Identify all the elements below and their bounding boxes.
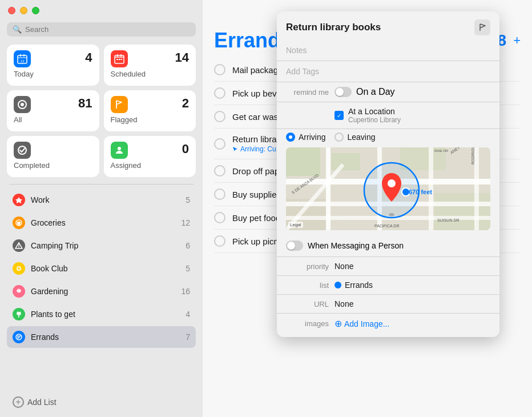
task-circle-4[interactable] bbox=[214, 138, 225, 150]
priority-label: priority bbox=[286, 262, 329, 271]
svg-point-52 bbox=[389, 213, 394, 216]
priority-value: None bbox=[334, 262, 353, 271]
at-location-row: ✓ At a Location Cupertino Library bbox=[277, 102, 499, 129]
on-a-day-toggle[interactable] bbox=[334, 87, 352, 97]
svg-rect-36 bbox=[434, 193, 490, 230]
scheduled-label: Scheduled bbox=[111, 70, 190, 78]
groceries-name: Groceries bbox=[31, 218, 181, 227]
assigned-icon bbox=[111, 142, 128, 159]
list-item-camping[interactable]: Camping Trip 6 bbox=[7, 235, 196, 256]
messaging-label: When Messaging a Person bbox=[308, 241, 404, 250]
remind-me-content: On a Day bbox=[334, 87, 490, 97]
add-reminder-button[interactable]: + bbox=[513, 33, 521, 48]
url-label: URL bbox=[286, 300, 329, 308]
add-list-icon: + bbox=[13, 396, 24, 408]
minimize-button[interactable] bbox=[20, 7, 27, 14]
add-list-button[interactable]: + Add List bbox=[7, 392, 196, 412]
task-circle-1[interactable] bbox=[214, 64, 225, 75]
list-item-groceries[interactable]: Groceries 12 bbox=[7, 212, 196, 234]
task-circle-6[interactable] bbox=[214, 189, 225, 200]
scheduled-icon bbox=[111, 50, 128, 67]
messaging-toggle[interactable] bbox=[286, 240, 303, 251]
url-row: URL None bbox=[277, 294, 499, 313]
priority-row: priority None bbox=[277, 256, 499, 275]
scheduled-count: 14 bbox=[175, 50, 189, 65]
svg-rect-7 bbox=[120, 54, 122, 57]
smart-tile-today[interactable]: 13 4 Today bbox=[7, 45, 99, 86]
svg-rect-10 bbox=[119, 59, 120, 60]
errands-dot bbox=[13, 331, 25, 343]
flagged-icon bbox=[111, 96, 128, 113]
svg-rect-11 bbox=[121, 59, 122, 60]
arriving-option[interactable]: Arriving bbox=[286, 133, 325, 142]
add-list-label: Add List bbox=[27, 398, 57, 407]
svg-point-21 bbox=[18, 267, 20, 270]
gardening-dot bbox=[13, 285, 25, 298]
list-item-gardening[interactable]: Gardening 16 bbox=[7, 280, 196, 302]
map-container: ANEY AVE RODRIGUES AVE RISE DR S DE ANZA… bbox=[286, 147, 490, 230]
images-label: images bbox=[286, 319, 329, 328]
list-value-row: Errands bbox=[334, 280, 373, 290]
smart-tile-completed[interactable]: Completed bbox=[7, 136, 99, 177]
arriving-label: Arriving bbox=[299, 133, 325, 142]
svg-text:670 feet: 670 feet bbox=[409, 189, 432, 195]
search-box[interactable]: 🔍 bbox=[7, 22, 196, 37]
leaving-label: Leaving bbox=[347, 133, 375, 142]
close-button[interactable] bbox=[8, 7, 15, 14]
task-circle-3[interactable] bbox=[214, 111, 225, 122]
arriving-radio[interactable] bbox=[286, 133, 295, 142]
remind-me-label: remind me bbox=[286, 88, 329, 97]
bookclub-name: Book Club bbox=[31, 264, 186, 273]
leaving-radio[interactable] bbox=[334, 133, 344, 142]
svg-rect-3 bbox=[18, 57, 27, 58]
svg-text:PACIFICA DR: PACIFICA DR bbox=[374, 224, 399, 228]
location-name: Cupertino Library bbox=[348, 116, 401, 124]
list-item-work[interactable]: Work 5 bbox=[7, 189, 196, 211]
flag-button[interactable] bbox=[474, 19, 490, 35]
task-circle-8[interactable] bbox=[214, 235, 225, 247]
at-location-label: At a Location bbox=[348, 107, 401, 116]
all-count: 81 bbox=[78, 96, 92, 111]
window-controls bbox=[7, 7, 196, 14]
groceries-count: 12 bbox=[181, 218, 190, 227]
at-location-content: ✓ At a Location Cupertino Library bbox=[334, 107, 490, 124]
detail-header: Return library books bbox=[277, 11, 499, 40]
notes-field[interactable]: Notes bbox=[277, 40, 499, 61]
svg-point-24 bbox=[19, 290, 21, 292]
smart-tile-all[interactable]: 81 All bbox=[7, 90, 99, 131]
smart-tile-flagged[interactable]: 2 Flagged bbox=[104, 90, 196, 131]
add-image-button[interactable]: ⊕ Add Image... bbox=[334, 318, 389, 329]
svg-point-23 bbox=[17, 290, 19, 292]
today-count: 4 bbox=[85, 50, 92, 65]
gardening-name: Gardening bbox=[31, 287, 181, 296]
flagged-count: 2 bbox=[182, 96, 189, 111]
list-item-bookclub[interactable]: Book Club 5 bbox=[7, 258, 196, 279]
work-dot bbox=[13, 194, 25, 206]
completed-icon bbox=[14, 142, 31, 159]
main-content: Errands 8 + Mail packages Pick up bever.… bbox=[203, 0, 532, 417]
maximize-button[interactable] bbox=[32, 7, 39, 14]
task-circle-2[interactable] bbox=[214, 87, 225, 99]
task-circle-7[interactable] bbox=[214, 212, 225, 223]
list-item-errands[interactable]: Errands 7 bbox=[7, 326, 196, 348]
url-value: None bbox=[334, 299, 353, 308]
tags-field[interactable]: Add Tags bbox=[277, 61, 499, 82]
search-icon: 🔍 bbox=[13, 25, 22, 34]
list-item-plants[interactable]: Plants to get 4 bbox=[7, 303, 196, 325]
errands-name: Errands bbox=[31, 332, 186, 342]
groceries-dot bbox=[13, 216, 25, 229]
leaving-option[interactable]: Leaving bbox=[334, 133, 375, 142]
at-location-checkbox[interactable]: ✓ bbox=[334, 111, 344, 120]
search-input[interactable] bbox=[25, 25, 190, 34]
messaging-knob bbox=[287, 242, 295, 250]
bookclub-dot bbox=[13, 262, 25, 275]
smart-tile-scheduled[interactable]: 14 Scheduled bbox=[104, 45, 196, 86]
smart-tile-assigned[interactable]: 0 Assigned bbox=[104, 136, 196, 177]
at-location-text: At a Location Cupertino Library bbox=[348, 107, 401, 124]
smart-lists: 13 4 Today bbox=[7, 45, 196, 177]
svg-rect-32 bbox=[286, 147, 320, 176]
remind-me-row: remind me On a Day bbox=[277, 82, 499, 102]
task-circle-5[interactable] bbox=[214, 165, 225, 177]
map-background: ANEY AVE RODRIGUES AVE RISE DR S DE ANZA… bbox=[286, 147, 490, 230]
svg-point-15 bbox=[118, 147, 121, 150]
